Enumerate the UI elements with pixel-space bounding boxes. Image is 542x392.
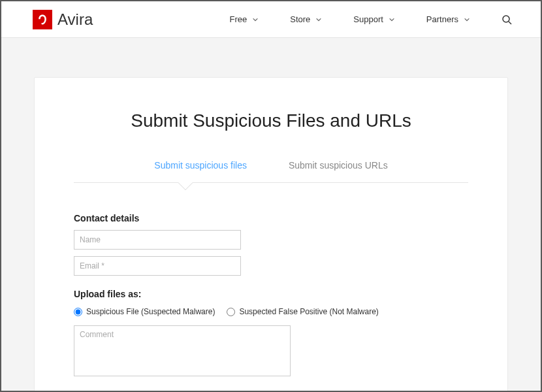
nav-free[interactable]: Free (230, 14, 259, 24)
search-icon (502, 14, 512, 25)
page-title: Submit Suspicious Files and URLs (74, 110, 468, 131)
radio-suspicious-input[interactable] (74, 308, 82, 316)
nav-support[interactable]: Support (353, 14, 395, 24)
nav-label: Partners (426, 14, 458, 24)
search-button[interactable] (502, 14, 512, 25)
tab-label: Submit suspicious URLs (289, 160, 388, 171)
tab-submit-urls[interactable]: Submit suspicious URLs (289, 160, 388, 182)
nav-label: Free (230, 14, 247, 24)
header: Avira Free Store Support Partners (1, 1, 541, 38)
radio-label: Suspicious File (Suspected Malware) (86, 307, 215, 316)
content-card: Submit Suspicious Files and URLs Submit … (34, 77, 508, 392)
nav-label: Store (290, 14, 310, 24)
radio-falsepos-input[interactable] (227, 308, 235, 316)
nav-store[interactable]: Store (290, 14, 322, 24)
logo[interactable]: Avira (33, 10, 93, 29)
chevron-down-icon (315, 16, 322, 23)
chevron-down-icon (252, 16, 259, 23)
tab-label: Submit suspicious files (154, 160, 247, 171)
main-nav: Free Store Support Partners (230, 14, 513, 25)
page-body: Submit Suspicious Files and URLs Submit … (1, 38, 541, 392)
tab-bar: Submit suspicious files Submit suspiciou… (74, 160, 468, 183)
radio-suspicious-file[interactable]: Suspicious File (Suspected Malware) (74, 307, 215, 316)
brand-text: Avira (57, 10, 93, 29)
radio-false-positive[interactable]: Suspected False Positive (Not Malware) (227, 307, 378, 316)
nav-partners[interactable]: Partners (426, 14, 470, 24)
chevron-down-icon (389, 16, 395, 23)
svg-point-0 (503, 16, 509, 22)
name-field[interactable] (74, 230, 241, 250)
chevron-down-icon (464, 16, 470, 23)
svg-line-1 (509, 22, 511, 24)
contact-details-heading: Contact details (74, 213, 468, 223)
comment-field[interactable] (74, 325, 291, 376)
email-field[interactable] (74, 256, 241, 276)
upload-heading: Upload files as: (74, 289, 468, 299)
avira-logo-icon (33, 10, 52, 29)
upload-type-group: Suspicious File (Suspected Malware) Susp… (74, 307, 468, 316)
radio-label: Suspected False Positive (Not Malware) (239, 307, 378, 316)
tab-submit-files[interactable]: Submit suspicious files (154, 160, 247, 182)
nav-label: Support (353, 14, 383, 24)
